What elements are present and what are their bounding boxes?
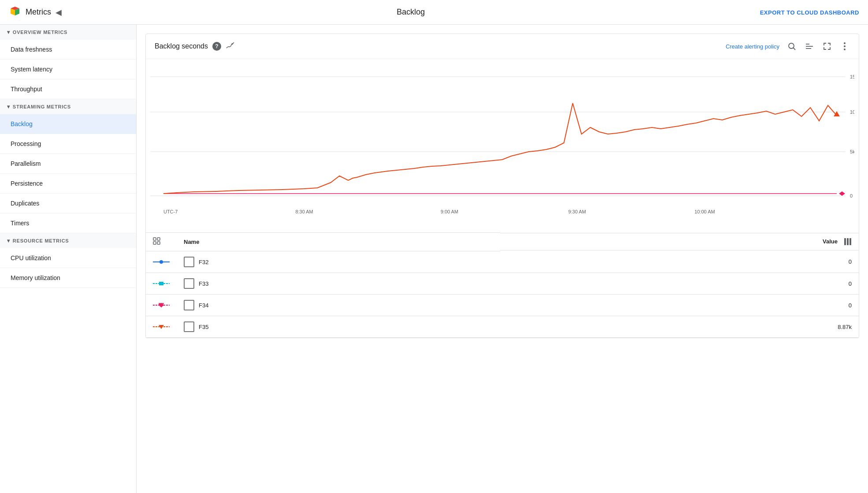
sidebar: ▾ OVERVIEW METRICS Data freshness System…	[0, 25, 137, 493]
series-value-cell: 8.87k	[500, 316, 859, 338]
sidebar-item-throughput[interactable]: Throughput	[0, 79, 136, 99]
svg-rect-25	[153, 238, 156, 240]
streaming-section-label: STREAMING METRICS	[13, 104, 71, 109]
chart-container: 15k 10k 5k 0 UTC-7 8:30 AM	[146, 59, 859, 232]
header-left: Metrics ◀	[9, 5, 62, 20]
sidebar-item-processing[interactable]: Processing	[0, 134, 136, 154]
svg-point-33	[160, 260, 163, 264]
series-indicator-cell	[146, 251, 177, 273]
table-header-name: Name	[177, 233, 500, 251]
page-title: Backlog	[397, 7, 425, 17]
svg-text:5k: 5k	[850, 149, 854, 154]
table-row: F33 0	[146, 273, 859, 295]
fullscreen-icon[interactable]	[822, 41, 832, 52]
sidebar-item-backlog[interactable]: Backlog	[0, 114, 136, 134]
legend-table: Name Value	[146, 232, 859, 338]
series-name-cell: F34	[177, 295, 500, 316]
svg-rect-27	[153, 242, 156, 244]
svg-text:8:30 AM: 8:30 AM	[295, 209, 313, 214]
series-checkbox[interactable]	[184, 321, 194, 332]
table-row: F32 0	[146, 251, 859, 273]
sidebar-section-streaming[interactable]: ▾ STREAMING METRICS	[0, 99, 136, 114]
table-header-icon	[146, 233, 177, 251]
sidebar-item-duplicates[interactable]: Duplicates	[0, 194, 136, 213]
series-value-cell: 0	[500, 273, 859, 295]
help-icon[interactable]: ?	[212, 42, 221, 51]
chevron-down-icon: ▾	[7, 104, 10, 110]
svg-point-8	[844, 49, 846, 50]
svg-text:15k: 15k	[850, 74, 854, 79]
svg-rect-30	[847, 238, 849, 245]
search-icon[interactable]	[786, 41, 797, 52]
content-area: Backlog seconds ? Create alerting policy	[137, 25, 868, 493]
metrics-explorer-icon[interactable]	[226, 42, 234, 51]
app-title: Metrics	[26, 7, 51, 17]
export-to-cloud-dashboard-button[interactable]: EXPORT TO CLOUD DASHBOARD	[760, 9, 859, 16]
series-indicator-cell	[146, 316, 177, 338]
table-row: F34 0	[146, 295, 859, 316]
svg-text:0: 0	[850, 193, 853, 198]
sidebar-item-cpu-utilization[interactable]: CPU utilization	[0, 248, 136, 268]
svg-point-0	[231, 44, 233, 45]
svg-text:9:30 AM: 9:30 AM	[568, 209, 586, 214]
series-name-cell: F35	[177, 316, 500, 338]
header-right: EXPORT TO CLOUD DASHBOARD	[760, 9, 859, 16]
resource-section-label: RESOURCE METRICS	[13, 238, 69, 243]
series-name-cell: F33	[177, 273, 500, 295]
series-name-cell: F32	[177, 251, 500, 273]
svg-line-2	[794, 48, 796, 50]
backlog-chart: 15k 10k 5k 0 UTC-7 8:30 AM	[150, 63, 854, 231]
svg-rect-28	[157, 242, 160, 244]
sidebar-item-system-latency[interactable]: System latency	[0, 60, 136, 79]
sidebar-section-overview[interactable]: ▾ OVERVIEW METRICS	[0, 25, 136, 40]
svg-point-6	[844, 42, 846, 44]
sidebar-item-persistence[interactable]: Persistence	[0, 174, 136, 194]
svg-text:10k: 10k	[850, 109, 854, 115]
svg-rect-35	[159, 282, 163, 285]
svg-marker-18	[839, 191, 845, 196]
chart-title: Backlog seconds	[155, 42, 208, 50]
series-value-cell: 0	[500, 251, 859, 273]
more-options-icon[interactable]	[839, 41, 850, 52]
chart-card: Backlog seconds ? Create alerting policy	[145, 34, 859, 338]
chart-header: Backlog seconds ? Create alerting policy	[146, 34, 859, 59]
series-value-cell: 0	[500, 295, 859, 316]
svg-point-1	[789, 43, 794, 49]
sidebar-item-data-freshness[interactable]: Data freshness	[0, 40, 136, 60]
sidebar-item-timers[interactable]: Timers	[0, 213, 136, 233]
collapse-sidebar-button[interactable]: ◀	[56, 7, 62, 17]
table-header-value: Value	[500, 233, 859, 250]
svg-point-7	[844, 45, 846, 47]
sidebar-section-resource[interactable]: ▾ RESOURCE METRICS	[0, 233, 136, 248]
top-header: Metrics ◀ Backlog EXPORT TO CLOUD DASHBO…	[0, 0, 868, 25]
svg-text:UTC-7: UTC-7	[163, 209, 178, 214]
table-row: F35 8.87k	[146, 316, 859, 338]
main-layout: ▾ OVERVIEW METRICS Data freshness System…	[0, 25, 868, 493]
chevron-down-icon: ▾	[7, 238, 10, 244]
series-indicator-cell	[146, 295, 177, 316]
series-indicator-cell	[146, 273, 177, 295]
svg-text:9:00 AM: 9:00 AM	[441, 209, 458, 214]
app-logo	[9, 5, 21, 20]
sidebar-item-parallelism[interactable]: Parallelism	[0, 154, 136, 174]
svg-text:10:00 AM: 10:00 AM	[694, 209, 715, 214]
create-alerting-policy-link[interactable]: Create alerting policy	[726, 43, 779, 50]
series-checkbox[interactable]	[184, 257, 194, 267]
series-checkbox[interactable]	[184, 278, 194, 289]
svg-rect-26	[157, 238, 160, 240]
overview-section-label: OVERVIEW METRICS	[13, 30, 67, 35]
chart-title-area: Backlog seconds ?	[155, 42, 234, 51]
legend-icon[interactable]	[804, 41, 815, 52]
series-checkbox[interactable]	[184, 300, 194, 310]
svg-rect-29	[844, 238, 846, 245]
chevron-down-icon: ▾	[7, 29, 10, 35]
sidebar-item-memory-utilization[interactable]: Memory utilization	[0, 268, 136, 288]
chart-actions: Create alerting policy	[726, 41, 850, 52]
svg-rect-31	[849, 238, 851, 245]
